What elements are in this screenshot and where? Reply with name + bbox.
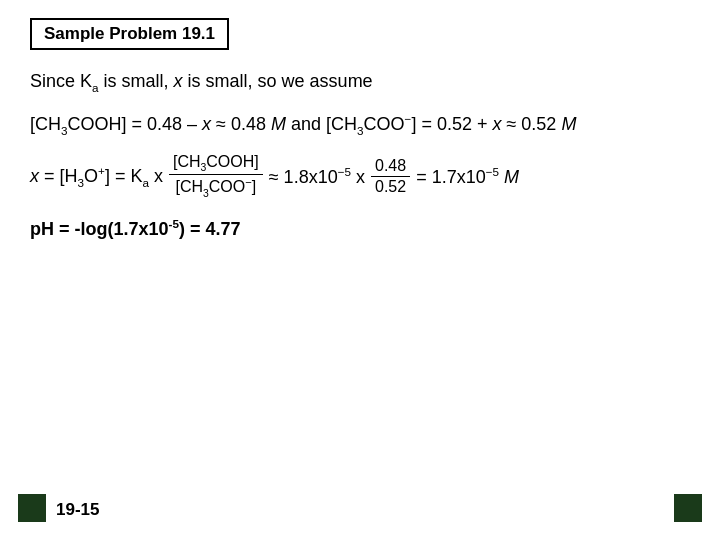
ka-symbol: Ka <box>80 71 99 91</box>
fraction-value: 0.48 0.52 <box>371 157 410 196</box>
corner-decoration-right <box>674 494 702 522</box>
fraction: [CH3COOH] [CH3COO−] <box>169 153 263 199</box>
line2: [CH3COOH] = 0.48 – x ≈ 0.48 M and [CH3CO… <box>30 110 690 139</box>
line1: Since Ka is small, x is small, so we ass… <box>30 68 690 96</box>
corner-decoration-left <box>18 494 46 522</box>
text-since: Since <box>30 71 80 91</box>
line3: x = [H3O+] = Ka x [CH3COOH] [CH3COO−] ≈ … <box>30 153 690 199</box>
x-var: x <box>174 71 183 91</box>
title-box: Sample Problem 19.1 <box>0 0 720 68</box>
page-number: 19-15 <box>56 500 99 520</box>
text-small: is small, <box>99 71 174 91</box>
text-assume: is small, so we assume <box>183 71 373 91</box>
line4: pH = -log(1.7x10-5) = 4.77 <box>30 215 690 243</box>
